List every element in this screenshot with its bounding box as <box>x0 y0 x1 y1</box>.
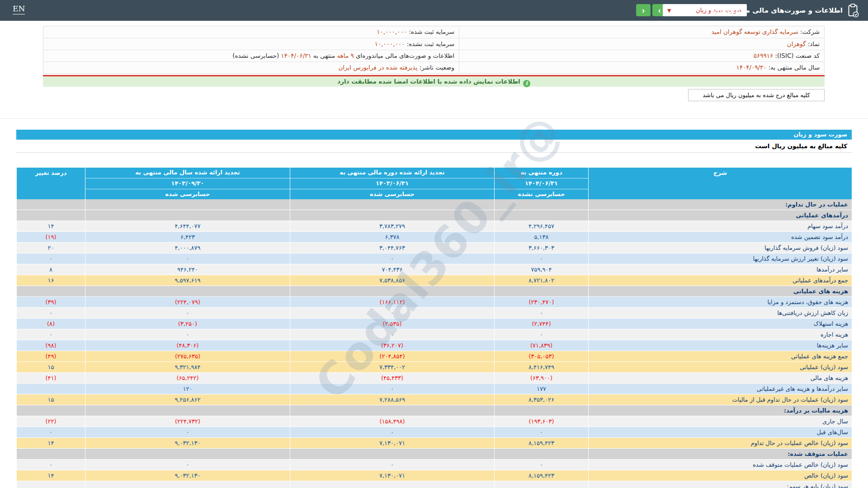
row-label: عملیات در حال تداوم: <box>588 199 852 210</box>
value-current-period: ۸,۷۲۱,۸۰۲ <box>494 275 588 286</box>
value-current-period: ۰ <box>494 308 588 318</box>
row-label: زیان کاهش ارزش دریافتنی‌ها <box>588 308 852 318</box>
value-restated-period <box>290 405 494 416</box>
info-row: شرکت: سرمایه گذاری توسعه گوهران امید سرم… <box>43 26 824 38</box>
value-percent-change: ۱۵ <box>16 394 85 405</box>
value-restated-period: ۰ <box>290 308 494 318</box>
table-row: هزینه مالیات بر درآمد: <box>16 405 852 416</box>
info-icon: i <box>523 80 530 87</box>
fiscal-year-end-cell: سال مالی منتهی به: ۱۴۰۴/۰۹/۳۰ <box>459 62 824 73</box>
value-percent-change: ۰ <box>16 253 85 264</box>
value-percent-change: ۱۴ <box>16 470 85 481</box>
value-restated-year: ۹,۲۵۶,۸۶۲ <box>85 394 290 405</box>
table-header: شرح دوره منتهی به ۱۴۰۴/۰۶/۳۱ حسابرسی نشد… <box>16 168 852 199</box>
table-row: هزینه های عملیاتی <box>16 286 852 297</box>
info-row: نماد: گوهران سرمایه ثبت نشده: ۱۰,۰۰۰,۰۰۰ <box>43 38 824 50</box>
value-percent-change <box>16 405 85 416</box>
table-row: سود (زیان) خالص ۸,۱۵۹,۴۲۳ ۷,۱۳۰,۰۷۱ ۹,۰۳… <box>16 470 852 481</box>
value-current-period: (۲۳۰,۴۷۰) <box>494 297 588 307</box>
value-restated-year: (۲۲۴,۷۳۲) <box>85 416 290 427</box>
row-label: جمع هزینه های عملیاتی <box>588 351 852 361</box>
row-label: درآمد سود سهام <box>588 221 852 231</box>
amounts-unit-note-box: کلیه مبالغ درج شده به میلیون ریال می باش… <box>688 89 825 101</box>
value-restated-year: ۱۲۰ <box>85 384 290 394</box>
statement-unit-line: کلیه مبالغ به میلیون ریال است <box>16 140 852 153</box>
row-label: سایر درآمدها <box>588 264 852 275</box>
chevron-down-icon: ▼ <box>667 8 671 14</box>
value-restated-year: ۴,۰۰۰,۸۷۹ <box>85 243 290 253</box>
row-label: سود (زیان) تغییر ارزش سرمایه گذاریها <box>588 253 852 264</box>
value-restated-year: (۲۲۴,۰۷۹) <box>85 297 290 307</box>
language-toggle-en[interactable]: EN <box>13 4 25 14</box>
value-restated-period: (۱۶۶,۱۱۲) <box>290 297 494 307</box>
value-percent-change: ۱۴ <box>16 438 85 448</box>
value-current-period: ۸,۴۱۶,۷۴۹ <box>494 362 588 372</box>
table-row: سایر هزینه‌ها (۷۱,۸۳۹) (۳۶,۲۰۷) (۴۸,۳۰۶)… <box>16 340 852 351</box>
value-percent-change: ۲۰ <box>16 243 85 253</box>
table-row: درآمد سود تضمین شده ۵,۱۳۸ ۶,۳۷۸ ۶,۴۲۳ (۱… <box>16 232 852 243</box>
value-restated-year: ۹,۳۲۱,۹۸۴ <box>85 362 290 372</box>
value-current-period <box>494 286 588 296</box>
profit-loss-table: شرح دوره منتهی به ۱۴۰۴/۰۶/۳۱ حسابرسی نشد… <box>16 168 852 488</box>
header-current-period: دوره منتهی به ۱۴۰۴/۰۶/۳۱ حسابرسی نشده <box>494 168 588 199</box>
value-percent-change: ۱۴ <box>16 221 85 231</box>
table-row: سود (زیان) پایه هر سهم: <box>16 481 852 488</box>
value-percent-change: (۴۹) <box>16 351 85 361</box>
value-restated-year: (۴۸,۳۰۶) <box>85 340 290 351</box>
value-restated-period: (۲۰۴,۸۵۴) <box>290 351 494 361</box>
value-current-period: ۰ <box>494 253 588 264</box>
table-row: جمع درآمدهای عملیاتی ۸,۷۲۱,۸۰۲ ۷,۵۳۸,۸۵۶… <box>16 275 852 286</box>
statement-title-bar: صورت سود و زیان <box>16 130 852 140</box>
value-current-period: (۲,۷۴۴) <box>494 319 588 329</box>
value-current-period <box>494 449 588 459</box>
previous-statement-button[interactable]: ‹ <box>636 4 651 16</box>
divider <box>0 118 868 119</box>
report-period-cell: اطلاعات و صورت‌های مالی میاندوره‌ای ۹ ما… <box>43 50 459 61</box>
table-body: عملیات در حال تداوم: درآمدهای عملیاتی در… <box>16 199 852 488</box>
row-label: هزینه های حقوق، دستمزد و مزایا <box>588 297 852 307</box>
value-current-period: (۷۱,۸۳۹) <box>494 340 588 351</box>
value-restated-period: ۰ <box>290 329 494 340</box>
row-label: هزینه استهلاک <box>588 319 852 329</box>
page-title: اطلاعات و صورت‌های مالی میاندوره‌ای <box>713 0 843 21</box>
value-current-period: (۳۰۵,۰۵۳) <box>494 351 588 361</box>
value-restated-year: ۹,۰۳۲,۱۳۰ <box>85 438 290 448</box>
row-label: سود (زیان) خالص <box>588 470 852 481</box>
table-row: هزینه اجاره ۰ ۰ ۰ ۰ <box>16 329 852 340</box>
value-percent-change: ۰ <box>16 308 85 318</box>
value-percent-change <box>16 199 85 210</box>
value-percent-change: ۰ <box>16 329 85 340</box>
value-current-period: ۰ <box>494 427 588 437</box>
value-restated-period: (۲,۵۳۵) <box>290 319 494 329</box>
registered-capital-cell: سرمایه ثبت شده: ۱۰,۰۰۰,۰۰۰ <box>43 26 459 38</box>
value-restated-year <box>85 481 290 488</box>
value-restated-year: (۳,۲۵۰) <box>85 319 290 329</box>
value-restated-year: ۴,۶۴۴,۰۷۷ <box>85 221 290 231</box>
table-row: سود (زیان) عملیات در حال تداوم قبل از ما… <box>16 394 852 405</box>
company-name-cell: شرکت: سرمایه گذاری توسعه گوهران امید <box>459 26 824 38</box>
value-restated-period: ۰ <box>290 253 494 264</box>
issuer-status-cell: وضعیت ناشر: پذیرفته شده در فرابورس ایران <box>43 62 459 73</box>
value-restated-period: ۰ <box>290 427 494 437</box>
value-restated-year: ۰ <box>85 460 290 470</box>
row-label: سایر هزینه‌ها <box>588 340 852 351</box>
table-row: هزینه استهلاک (۲,۷۴۴) (۲,۵۳۵) (۳,۲۵۰) (۸… <box>16 319 852 329</box>
row-label: سال‌های قبل <box>588 427 852 437</box>
value-current-period: ۸,۱۵۹,۴۲۳ <box>494 438 588 448</box>
header-restated-year: تجدید ارائه شده سال مالی منتهی به ۱۴۰۳/۰… <box>85 168 290 199</box>
row-label: سود (زیان) عملیات در حال تداوم قبل از ما… <box>588 394 852 405</box>
table-row: سایر درآمدها و هزینه های غیرعملیاتی ۱۷۷ … <box>16 384 852 394</box>
value-percent-change: (۲۲) <box>16 416 85 427</box>
value-percent-change: (۴۱) <box>16 373 85 383</box>
row-label: سود (زیان) خالص عملیات متوقف شده <box>588 460 852 470</box>
value-restated-period: ۷,۱۳۰,۰۷۱ <box>290 438 494 448</box>
value-restated-year: (۲۷۵,۶۳۵) <box>85 351 290 361</box>
value-restated-year: ۰ <box>85 308 290 318</box>
table-row: درآمد سود سهام ۴,۲۹۶,۴۵۷ ۳,۷۸۳,۲۷۹ ۴,۶۴۴… <box>16 221 852 232</box>
value-current-period: (۶۳,۹۰۰) <box>494 373 588 383</box>
row-label: هزینه مالیات بر درآمد: <box>588 405 852 416</box>
value-current-period: ۵,۱۳۸ <box>494 232 588 242</box>
top-navigation-bar: EN ‹ › صورت سود و زیان ▼ اطلاعات و صورت‌… <box>0 0 868 21</box>
value-restated-period: ۳,۷۸۳,۲۷۹ <box>290 221 494 231</box>
value-restated-year: ۶,۴۲۳ <box>85 232 290 242</box>
